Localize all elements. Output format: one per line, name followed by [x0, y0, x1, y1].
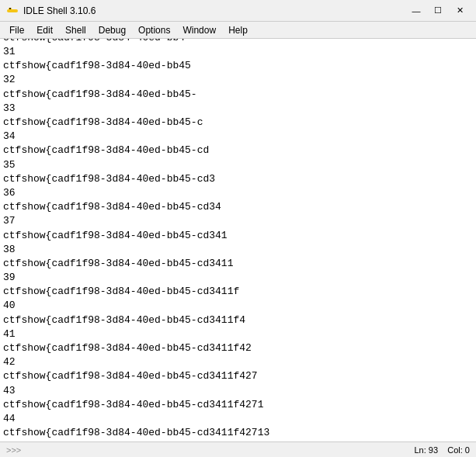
- line-number: Ln: 93: [414, 445, 438, 455]
- menu-item-options[interactable]: Options: [132, 23, 176, 37]
- shell-line: ctfshow{cadf1f98-3d84-40ed-bb45-cd: [3, 144, 473, 158]
- shell-line: ctfshow{cadf1f98-3d84-40ed-bb45-cd341: [3, 229, 473, 243]
- shell-line: ctfshow{cadf1f98-3d84-40ed-bb45-cd3411f4…: [3, 398, 473, 412]
- shell-line: 39: [3, 271, 473, 285]
- shell-line: 35: [3, 158, 473, 172]
- shell-line: 34: [3, 130, 473, 144]
- close-button[interactable]: ✕: [450, 3, 470, 19]
- shell-line: 38: [3, 243, 473, 257]
- app-icon: [6, 5, 19, 17]
- menu-item-debug[interactable]: Debug: [92, 23, 132, 37]
- shell-line: ctfshow{cadf1f98-3d84-40ed-bb45-cd3: [3, 172, 473, 186]
- shell-line: 41: [3, 327, 473, 341]
- menu-bar: FileEditShellDebugOptionsWindowHelp: [0, 22, 476, 39]
- status-left: >>>: [6, 445, 21, 455]
- shell-line: 32: [3, 73, 473, 87]
- shell-line: ctfshow{cadf1f98-3d84-40ed-bb45-cd3411f: [3, 285, 473, 299]
- menu-item-shell[interactable]: Shell: [59, 23, 92, 37]
- menu-item-help[interactable]: Help: [222, 23, 254, 37]
- shell-line: ctfshow{cadf1f98-3d84-40ed-bb45-cd3411: [3, 257, 473, 271]
- shell-line: ctfshow{cadf1f98-3d84-40ed-bb45: [3, 59, 473, 73]
- shell-line: ctfshow{cadf1f98-3d84-40ed-bb45-cd3411f4…: [3, 369, 473, 383]
- svg-point-2: [9, 8, 11, 9]
- maximize-button[interactable]: ☐: [428, 3, 448, 19]
- title-bar: IDLE Shell 3.10.6 — ☐ ✕: [0, 0, 476, 22]
- shell-line: 31: [3, 45, 473, 59]
- shell-line: 37: [3, 214, 473, 228]
- menu-item-file[interactable]: File: [3, 23, 30, 37]
- shell-line: ctfshow{cadf1f98-3d84-40ed-bb45-: [3, 88, 473, 102]
- shell-line: ctfshow{cadf1f98-3d84-40ed-bb4: [3, 39, 473, 45]
- prompt-arrows: >>>: [6, 445, 21, 455]
- shell-line: ctfshow{cadf1f98-3d84-40ed-bb45-c: [3, 116, 473, 130]
- shell-line: ctfshow{cadf1f98-3d84-40ed-bb45-cd3411f4…: [3, 341, 473, 355]
- shell-line: 36: [3, 186, 473, 200]
- menu-item-edit[interactable]: Edit: [30, 23, 59, 37]
- shell-line: 44: [3, 412, 473, 426]
- window-controls: — ☐ ✕: [406, 3, 470, 19]
- status-bar: >>> Ln: 93 Col: 0: [0, 441, 476, 457]
- shell-line: 42: [3, 355, 473, 369]
- shell-line: ctfshow{cadf1f98-3d84-40ed-bb45-cd3411f4: [3, 313, 473, 327]
- col-number: Col: 0: [447, 445, 470, 455]
- shell-line: 33: [3, 102, 473, 116]
- menu-item-window[interactable]: Window: [176, 23, 222, 37]
- minimize-button[interactable]: —: [406, 3, 426, 19]
- shell-output[interactable]: ctfshow{cadf1f98-3d84-40e26ctfshow{cadf1…: [0, 39, 476, 441]
- window-title: IDLE Shell 3.10.6: [23, 5, 406, 16]
- shell-line: ctfshow{cadf1f98-3d84-40ed-bb45-cd34: [3, 200, 473, 214]
- shell-line: 43: [3, 384, 473, 398]
- shell-line: 40: [3, 299, 473, 313]
- status-position: Ln: 93 Col: 0: [414, 445, 470, 455]
- shell-line: ctfshow{cadf1f98-3d84-40ed-bb45-cd3411f4…: [3, 426, 473, 440]
